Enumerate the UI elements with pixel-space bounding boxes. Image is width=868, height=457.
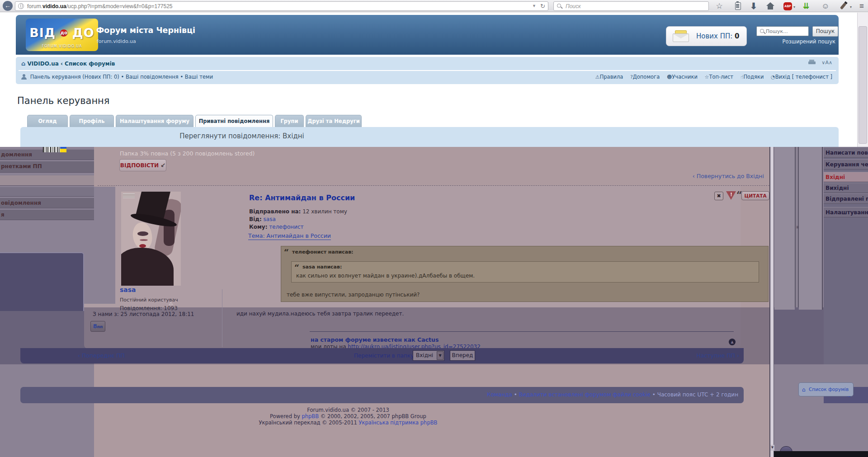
quote-button[interactable]: ЦИТАТА xyxy=(741,191,769,200)
tab-groups[interactable]: Групи xyxy=(275,115,304,127)
members-link[interactable]: Учасники xyxy=(672,74,698,80)
reply-arrow-icon: ↙ xyxy=(160,162,165,169)
counter-banner[interactable] xyxy=(43,147,66,152)
left-menu-item[interactable]: я xyxy=(0,209,94,220)
team-link[interactable]: Команда xyxy=(487,391,512,398)
back-to-inbox-link[interactable]: ‹ Повернутись до Вхідні xyxy=(628,173,764,179)
left-menu-item[interactable]: овідомлення xyxy=(0,198,94,208)
left-menu-item[interactable] xyxy=(0,187,94,197)
address-bar[interactable]: forum.vidido.ua/ucp.php?i=pm&mode=view&f… xyxy=(15,1,548,11)
adblock-caret-icon[interactable]: ▾ xyxy=(793,5,795,9)
settings-item[interactable]: Налаштування xyxy=(824,207,868,217)
sent-item[interactable]: Відправлені п xyxy=(824,193,868,204)
marker-caret-icon[interactable]: ▾ xyxy=(850,5,852,9)
window-divider[interactable]: ≡ xyxy=(795,147,799,307)
dimmed-region: домлення рнетками ПП овідомлення я Папка… xyxy=(0,147,868,457)
forum-header: ВІД до ДО FORUM.VIDIDO.UA Форум міста Че… xyxy=(16,15,839,55)
forum-list-button[interactable]: ⌂Список форумів xyxy=(798,382,854,396)
back-button[interactable]: ← xyxy=(3,1,13,11)
url-path: /ucp.php?i=pm&mode=view&f=0&p=177525 xyxy=(66,3,173,9)
divider xyxy=(19,70,836,71)
thanks-link[interactable]: Подяки xyxy=(743,74,764,80)
smiley-icon[interactable]: ☺ xyxy=(821,1,830,11)
site-title: Форум міста Чернівці xyxy=(96,26,195,35)
delete-cookies-link[interactable]: Видалити встановлені форумом файли cooki… xyxy=(519,391,651,398)
browser-search-input[interactable]: Поиск xyxy=(553,1,709,11)
logout-link[interactable]: Вихід [ телефонист ] xyxy=(775,74,832,80)
left-menu-item[interactable]: рнетками ПП xyxy=(0,161,94,173)
outer-quote: “ телефонист написав: “ sasa написав: ка… xyxy=(281,246,769,302)
toplist-link[interactable]: Топ-лист xyxy=(709,74,733,80)
print-icon[interactable] xyxy=(808,60,816,65)
breadcrumb-panel: ⌂ VIDIDO.ua ‹ Список форумів ∨A∧ Панель … xyxy=(16,57,839,84)
downloads-icon[interactable]: ⬇ xyxy=(749,1,759,11)
reload-icon[interactable]: ↻ xyxy=(540,3,545,9)
to-user-link[interactable]: телефонист xyxy=(269,224,303,230)
tab-private-messages[interactable]: Приватні повідомлення xyxy=(195,115,273,127)
breadcrumb-site-link[interactable]: VIDIDO.ua xyxy=(28,61,59,67)
tab-board-preferences[interactable]: Налаштування форуму xyxy=(116,115,193,127)
new-pm-count: 0 xyxy=(735,32,739,40)
adblock-icon[interactable]: ABP xyxy=(783,2,792,10)
logout-icon: ◔ xyxy=(771,74,775,80)
help-link[interactable]: Допомога xyxy=(633,74,660,80)
breadcrumb-forumlist-link[interactable]: Список форумів xyxy=(65,61,115,67)
panel-heading: Переглянути повідомлення: Вхідні xyxy=(20,132,463,140)
forum-search-input[interactable]: Пошук... xyxy=(756,26,809,36)
scrollbar-thumb[interactable] xyxy=(859,26,867,144)
ucp-link[interactable]: Панель керування (Нових ПП: 0) • Ваші по… xyxy=(30,74,213,80)
bookmark-star-icon[interactable]: ☆ xyxy=(714,1,724,11)
toplist-icon: ☆ xyxy=(705,74,709,80)
site-subtitle: forum.vidido.ua xyxy=(97,38,136,44)
tab-profile[interactable]: Профіль xyxy=(70,115,114,127)
url-dropdown-icon[interactable]: ▼ xyxy=(532,4,536,8)
menu-icon[interactable]: ≡ xyxy=(857,1,867,11)
copyright-line: Forum.vidido.ua © 2007 - 2013 xyxy=(122,407,574,413)
folder-status: Папка 3% повна (5 з 200 повідомлень stor… xyxy=(120,150,255,157)
username-link[interactable]: sasa xyxy=(120,286,136,293)
tab-friends-foes[interactable]: Друзі та Недруги xyxy=(306,115,362,127)
topic-link[interactable]: Тема: Антимайдан в России xyxy=(248,232,331,240)
tab-overview[interactable]: Огляд xyxy=(27,115,68,127)
font-size-control[interactable]: ∨A∧ xyxy=(821,60,832,66)
advanced-search-link[interactable]: Розширений пошук xyxy=(745,38,835,45)
site-icon xyxy=(18,3,24,9)
copyright-line: Український переклад © 2005-2011 Українс… xyxy=(122,419,574,426)
manage-drafts-item[interactable]: Керування че xyxy=(824,159,868,170)
scroll-down-icon: ▼ xyxy=(770,445,774,451)
from-user-link[interactable]: sasa xyxy=(264,216,276,222)
outbox-item[interactable]: Вихідні xyxy=(824,183,868,193)
browser-scrollbar[interactable] xyxy=(857,13,868,147)
home-icon: ⌂ xyxy=(802,386,806,393)
window-edge xyxy=(774,451,868,457)
compose-pm-item[interactable]: Написати повід xyxy=(824,147,868,158)
report-message-button[interactable]: ! xyxy=(726,191,736,200)
column-divider xyxy=(222,289,222,347)
page-title: Панель керування xyxy=(17,95,109,106)
url-host: vidido.ua xyxy=(42,3,66,9)
rules-link[interactable]: Правила xyxy=(600,74,623,80)
timezone-text: Часовий пояс UTC + 2 годин xyxy=(657,391,738,398)
new-pm-box[interactable]: Нових ПП: 0 xyxy=(666,26,747,46)
delete-message-button[interactable]: ✖ xyxy=(714,192,723,200)
message-title[interactable]: Re: Антимайдан в России xyxy=(249,193,355,202)
url-pre: forum. xyxy=(27,3,42,9)
marker-icon[interactable] xyxy=(840,3,846,9)
site-logo[interactable]: ВІД до ДО FORUM.VIDIDO.UA xyxy=(26,19,98,51)
pm-folder-menu: Написати повід Керування че Вхідні Вихід… xyxy=(824,147,868,364)
browser-toolbar: ← forum.vidido.ua/ucp.php?i=pm&mode=view… xyxy=(0,0,868,12)
breadcrumb: ⌂ VIDIDO.ua ‹ Список форумів xyxy=(21,60,115,67)
translation-link[interactable]: Українська підтримка phpBB xyxy=(359,419,438,426)
rules-icon: ⚠ xyxy=(595,74,600,80)
clipboard-icon[interactable] xyxy=(735,2,741,10)
user-links: Панель керування (Нових ПП: 0) • Ваші по… xyxy=(21,74,213,80)
forum-search-button[interactable]: Пошук xyxy=(812,26,838,37)
members-icon: ☻ xyxy=(667,74,672,80)
download-helper-icon[interactable]: ⇊ xyxy=(801,1,811,11)
inbox-item[interactable]: Вхідні xyxy=(824,172,868,182)
left-menu-item[interactable] xyxy=(0,175,94,186)
popup-scrollbar[interactable]: ▼ xyxy=(769,147,774,457)
reply-button[interactable]: ВІДПОВІСТИ ↙ xyxy=(119,159,166,171)
search-placeholder: Поиск xyxy=(566,3,581,9)
phpbb-link[interactable]: phpBB xyxy=(302,413,319,419)
